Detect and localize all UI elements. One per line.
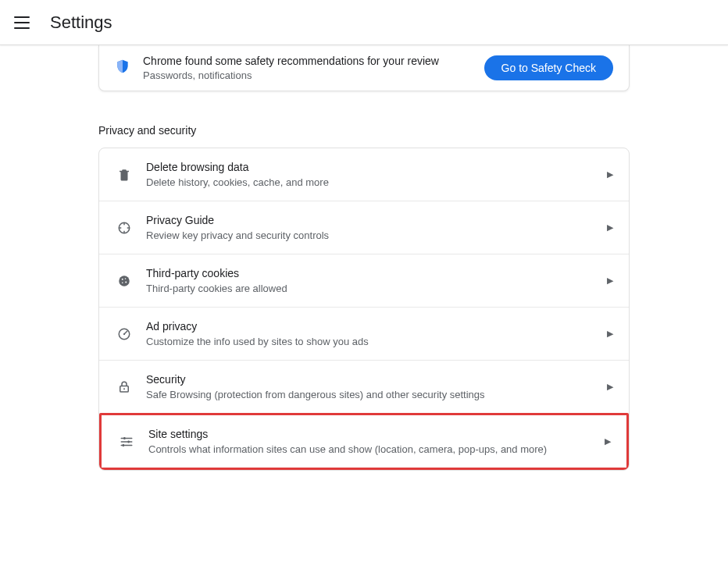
privacy-security-list: Delete browsing data Delete history, coo… — [98, 148, 630, 471]
row-title: Site settings — [148, 426, 595, 442]
row-title: Privacy Guide — [146, 212, 598, 228]
compass-icon — [115, 221, 134, 235]
go-to-safety-check-button[interactable]: Go to Safety Check — [484, 55, 613, 80]
safety-title: Chrome found some safety recommendations… — [143, 53, 484, 69]
row-subtitle: Third-party cookies are allowed — [146, 282, 598, 296]
row-privacy-guide[interactable]: Privacy Guide Review key privacy and sec… — [99, 201, 629, 254]
svg-point-5 — [119, 276, 130, 286]
row-text: Ad privacy Customize the info used by si… — [146, 318, 598, 349]
row-ad-privacy[interactable]: Ad privacy Customize the info used by si… — [99, 307, 629, 360]
lock-icon — [115, 380, 134, 394]
svg-rect-19 — [123, 444, 124, 446]
row-subtitle: Customize the info used by sites to show… — [146, 335, 598, 349]
svg-point-6 — [122, 278, 123, 279]
svg-point-9 — [122, 282, 123, 283]
row-text: Delete browsing data Delete history, coo… — [146, 159, 598, 190]
svg-point-8 — [125, 281, 127, 283]
chevron-right-icon: ▶ — [607, 276, 613, 286]
sliders-icon — [117, 435, 136, 449]
row-delete-browsing-data[interactable]: Delete browsing data Delete history, coo… — [99, 148, 629, 201]
row-title: Ad privacy — [146, 318, 598, 334]
chevron-right-icon: ▶ — [607, 222, 613, 233]
row-text: Third-party cookies Third-party cookies … — [146, 265, 598, 296]
header-bar: Settings — [0, 0, 728, 45]
svg-point-7 — [125, 278, 127, 279]
safety-check-card: Chrome found some safety recommendations… — [98, 45, 630, 91]
row-text: Privacy Guide Review key privacy and sec… — [146, 212, 598, 243]
chevron-right-icon: ▶ — [607, 169, 613, 180]
trash-icon — [115, 168, 134, 182]
row-site-settings[interactable]: Site settings Controls what information … — [102, 415, 626, 468]
menu-icon[interactable] — [14, 13, 33, 32]
safety-subtitle: Passwords, notifications — [143, 69, 484, 83]
row-subtitle: Safe Browsing (protection from dangerous… — [146, 388, 598, 402]
content-area: Chrome found some safety recommendations… — [0, 45, 728, 502]
row-third-party-cookies[interactable]: Third-party cookies Third-party cookies … — [99, 254, 629, 307]
row-subtitle: Delete history, cookies, cache, and more — [146, 176, 598, 190]
chevron-right-icon: ▶ — [605, 436, 611, 446]
row-subtitle: Controls what information sites can use … — [148, 443, 595, 457]
page-title: Settings — [50, 12, 112, 33]
row-text: Site settings Controls what information … — [148, 426, 595, 457]
safety-text: Chrome found some safety recommendations… — [143, 53, 484, 83]
svg-rect-18 — [128, 440, 130, 443]
svg-rect-17 — [123, 437, 125, 439]
row-security[interactable]: Security Safe Browsing (protection from … — [99, 360, 629, 413]
cookie-icon — [115, 274, 134, 288]
svg-point-13 — [123, 388, 125, 389]
row-title: Security — [146, 372, 598, 387]
shield-icon — [115, 59, 130, 77]
section-label: Privacy and security — [98, 124, 630, 137]
row-title: Delete browsing data — [146, 159, 598, 175]
ad-privacy-icon — [115, 327, 134, 341]
row-title: Third-party cookies — [146, 265, 598, 281]
chevron-right-icon: ▶ — [607, 382, 613, 392]
chevron-right-icon: ▶ — [607, 329, 613, 339]
svg-point-11 — [123, 333, 125, 334]
row-text: Security Safe Browsing (protection from … — [146, 372, 598, 402]
highlight-box: Site settings Controls what information … — [99, 413, 629, 470]
row-subtitle: Review key privacy and security controls — [146, 229, 598, 243]
